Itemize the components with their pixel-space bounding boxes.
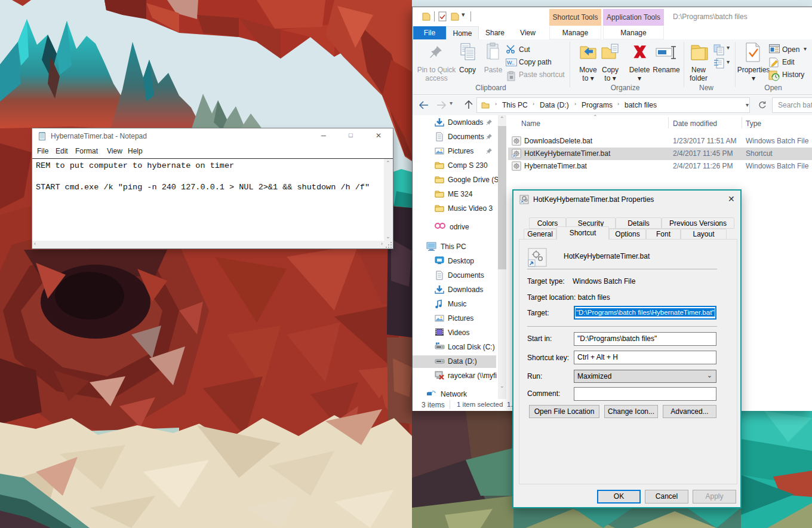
svg-text:W..: W.. [507, 60, 515, 66]
